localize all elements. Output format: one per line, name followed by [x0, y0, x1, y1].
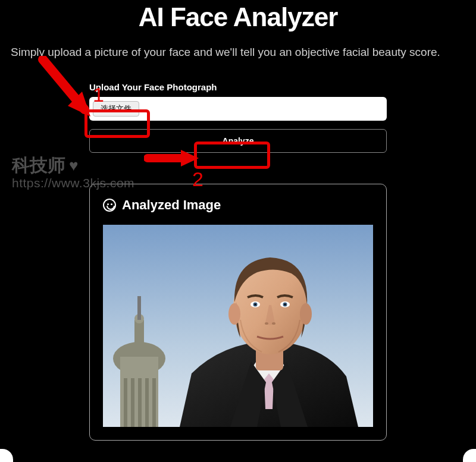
- svg-point-21: [265, 322, 268, 325]
- analyzed-image: [103, 225, 373, 427]
- svg-rect-10: [152, 378, 156, 427]
- upload-form: Upload Your Face Photograph 选择文件 Analyze: [89, 82, 387, 153]
- svg-rect-8: [138, 378, 142, 427]
- svg-rect-5: [137, 296, 141, 320]
- result-header: Analyzed Image: [103, 197, 373, 213]
- page-subtitle: Simply upload a picture of your face and…: [11, 44, 465, 61]
- smile-icon: [103, 199, 116, 212]
- analyze-button-label: Analyze: [223, 136, 254, 146]
- svg-rect-3: [134, 320, 144, 350]
- corner-decoration: [463, 449, 476, 462]
- svg-rect-6: [124, 378, 127, 427]
- svg-point-13: [228, 303, 240, 325]
- svg-point-14: [300, 303, 312, 325]
- watermark-text: 科技师: [12, 153, 65, 178]
- svg-rect-9: [145, 378, 149, 427]
- choose-file-button[interactable]: 选择文件: [93, 101, 139, 117]
- upload-label: Upload Your Face Photograph: [89, 82, 387, 92]
- result-card: Analyzed Image: [89, 184, 387, 441]
- svg-point-17: [255, 303, 256, 305]
- analyze-button[interactable]: Analyze: [89, 129, 387, 153]
- svg-rect-7: [131, 378, 134, 427]
- annotation-arrow-1: [38, 56, 98, 121]
- svg-point-20: [284, 303, 286, 305]
- heart-icon: ♥: [69, 156, 78, 175]
- file-input-row[interactable]: 选择文件: [89, 97, 387, 121]
- result-title: Analyzed Image: [122, 197, 221, 213]
- page-title: AI Face Analyzer: [0, 0, 476, 32]
- watermark-name: 科技师 ♥: [12, 153, 78, 178]
- svg-point-22: [272, 322, 275, 325]
- corner-decoration: [0, 449, 13, 462]
